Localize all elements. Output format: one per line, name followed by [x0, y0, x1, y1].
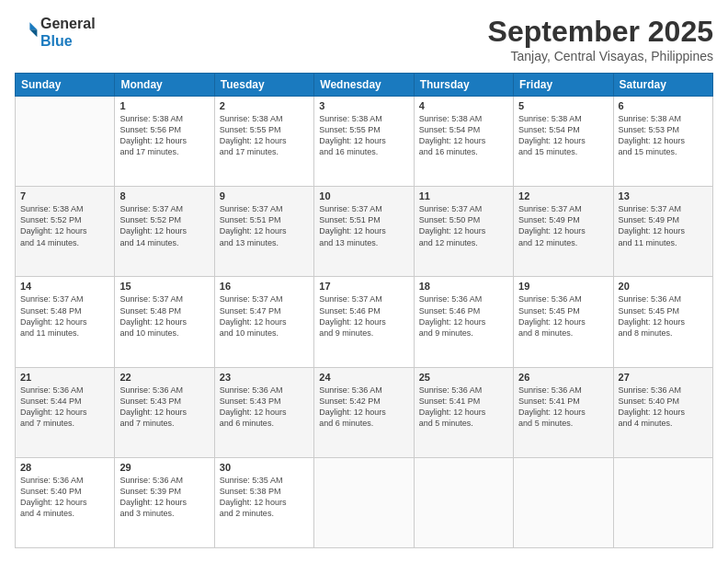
table-row: 10Sunrise: 5:37 AM Sunset: 5:51 PM Dayli… — [314, 187, 414, 277]
day-number: 17 — [319, 281, 408, 292]
day-info: Sunrise: 5:37 AM Sunset: 5:52 PM Dayligh… — [119, 203, 209, 248]
day-number: 6 — [619, 100, 708, 111]
calendar-week-row: 28Sunrise: 5:36 AM Sunset: 5:40 PM Dayli… — [16, 457, 713, 547]
table-row: 14Sunrise: 5:37 AM Sunset: 5:48 PM Dayli… — [16, 277, 115, 367]
day-number: 8 — [119, 190, 209, 201]
table-row: 26Sunrise: 5:36 AM Sunset: 5:41 PM Dayli… — [514, 367, 613, 457]
day-number: 5 — [518, 100, 608, 111]
day-info: Sunrise: 5:37 AM Sunset: 5:47 PM Dayligh… — [220, 293, 309, 339]
day-info: Sunrise: 5:37 AM Sunset: 5:49 PM Dayligh… — [619, 203, 708, 248]
day-number: 12 — [518, 190, 608, 201]
table-row: 22Sunrise: 5:36 AM Sunset: 5:43 PM Dayli… — [115, 367, 214, 457]
header-monday: Monday — [115, 74, 214, 97]
table-row: 27Sunrise: 5:36 AM Sunset: 5:40 PM Dayli… — [613, 367, 712, 457]
table-row: 9Sunrise: 5:37 AM Sunset: 5:51 PM Daylig… — [214, 187, 313, 277]
day-info: Sunrise: 5:36 AM Sunset: 5:40 PM Dayligh… — [20, 475, 109, 520]
day-info: Sunrise: 5:38 AM Sunset: 5:56 PM Dayligh… — [119, 113, 209, 158]
table-row: 16Sunrise: 5:37 AM Sunset: 5:47 PM Dayli… — [214, 277, 313, 367]
day-number: 26 — [518, 372, 608, 383]
table-row: 11Sunrise: 5:37 AM Sunset: 5:50 PM Dayli… — [414, 187, 513, 277]
logo: General Blue — [15, 15, 96, 50]
page: General Blue September 2025 Tanjay, Cent… — [0, 0, 728, 563]
day-info: Sunrise: 5:36 AM Sunset: 5:45 PM Dayligh… — [518, 293, 608, 339]
table-row: 15Sunrise: 5:37 AM Sunset: 5:48 PM Dayli… — [115, 277, 214, 367]
header-wednesday: Wednesday — [314, 74, 414, 97]
table-row: 20Sunrise: 5:36 AM Sunset: 5:45 PM Dayli… — [613, 277, 712, 367]
table-row: 2Sunrise: 5:38 AM Sunset: 5:55 PM Daylig… — [214, 97, 313, 187]
calendar-week-row: 1Sunrise: 5:38 AM Sunset: 5:56 PM Daylig… — [16, 97, 713, 187]
day-info: Sunrise: 5:36 AM Sunset: 5:40 PM Dayligh… — [619, 385, 708, 430]
day-info: Sunrise: 5:37 AM Sunset: 5:51 PM Dayligh… — [220, 203, 309, 248]
day-info: Sunrise: 5:36 AM Sunset: 5:44 PM Dayligh… — [20, 385, 109, 430]
day-info: Sunrise: 5:36 AM Sunset: 5:41 PM Dayligh… — [518, 385, 608, 430]
day-number: 21 — [20, 372, 109, 383]
day-info: Sunrise: 5:37 AM Sunset: 5:50 PM Dayligh… — [419, 203, 508, 248]
logo-general: General — [40, 16, 96, 31]
logo-blue: Blue — [40, 33, 73, 49]
day-info: Sunrise: 5:36 AM Sunset: 5:42 PM Dayligh… — [319, 385, 408, 430]
table-row — [414, 457, 513, 547]
day-number: 29 — [119, 462, 209, 473]
day-info: Sunrise: 5:38 AM Sunset: 5:52 PM Dayligh… — [20, 203, 109, 248]
calendar-week-row: 21Sunrise: 5:36 AM Sunset: 5:44 PM Dayli… — [16, 367, 713, 457]
day-info: Sunrise: 5:37 AM Sunset: 5:46 PM Dayligh… — [319, 293, 408, 339]
calendar-table: Sunday Monday Tuesday Wednesday Thursday… — [15, 73, 713, 548]
day-info: Sunrise: 5:36 AM Sunset: 5:46 PM Dayligh… — [419, 293, 508, 339]
header-friday: Friday — [514, 74, 613, 97]
table-row: 21Sunrise: 5:36 AM Sunset: 5:44 PM Dayli… — [16, 367, 115, 457]
table-row: 13Sunrise: 5:37 AM Sunset: 5:49 PM Dayli… — [613, 187, 712, 277]
day-info: Sunrise: 5:36 AM Sunset: 5:43 PM Dayligh… — [119, 385, 209, 430]
day-number: 25 — [419, 372, 508, 383]
table-row: 24Sunrise: 5:36 AM Sunset: 5:42 PM Dayli… — [314, 367, 414, 457]
day-number: 24 — [319, 372, 408, 383]
table-row: 1Sunrise: 5:38 AM Sunset: 5:56 PM Daylig… — [115, 97, 214, 187]
day-number: 18 — [419, 281, 508, 292]
day-info: Sunrise: 5:36 AM Sunset: 5:45 PM Dayligh… — [619, 293, 708, 339]
table-row: 30Sunrise: 5:35 AM Sunset: 5:38 PM Dayli… — [214, 457, 313, 547]
day-number: 20 — [619, 281, 708, 292]
header: General Blue September 2025 Tanjay, Cent… — [15, 15, 713, 63]
table-row: 25Sunrise: 5:36 AM Sunset: 5:41 PM Dayli… — [414, 367, 513, 457]
day-info: Sunrise: 5:36 AM Sunset: 5:41 PM Dayligh… — [419, 385, 508, 430]
day-info: Sunrise: 5:36 AM Sunset: 5:39 PM Dayligh… — [119, 475, 209, 520]
table-row: 6Sunrise: 5:38 AM Sunset: 5:53 PM Daylig… — [613, 97, 712, 187]
header-saturday: Saturday — [613, 74, 712, 97]
month-title: September 2025 — [488, 15, 713, 49]
day-number: 22 — [119, 372, 209, 383]
day-info: Sunrise: 5:37 AM Sunset: 5:48 PM Dayligh… — [119, 293, 209, 339]
day-number: 27 — [619, 372, 708, 383]
header-tuesday: Tuesday — [214, 74, 313, 97]
day-info: Sunrise: 5:36 AM Sunset: 5:43 PM Dayligh… — [220, 385, 309, 430]
day-info: Sunrise: 5:37 AM Sunset: 5:48 PM Dayligh… — [20, 293, 109, 339]
day-info: Sunrise: 5:38 AM Sunset: 5:54 PM Dayligh… — [419, 113, 508, 158]
day-number: 13 — [619, 190, 708, 201]
table-row: 19Sunrise: 5:36 AM Sunset: 5:45 PM Dayli… — [514, 277, 613, 367]
day-info: Sunrise: 5:38 AM Sunset: 5:55 PM Dayligh… — [319, 113, 408, 158]
table-row: 23Sunrise: 5:36 AM Sunset: 5:43 PM Dayli… — [214, 367, 313, 457]
table-row: 4Sunrise: 5:38 AM Sunset: 5:54 PM Daylig… — [414, 97, 513, 187]
day-info: Sunrise: 5:37 AM Sunset: 5:51 PM Dayligh… — [319, 203, 408, 248]
day-number: 4 — [419, 100, 508, 111]
calendar-header-row: Sunday Monday Tuesday Wednesday Thursday… — [16, 74, 713, 97]
header-sunday: Sunday — [16, 74, 115, 97]
day-number: 28 — [20, 462, 109, 473]
location: Tanjay, Central Visayas, Philippines — [488, 49, 713, 63]
day-number: 11 — [419, 190, 508, 201]
table-row: 8Sunrise: 5:37 AM Sunset: 5:52 PM Daylig… — [115, 187, 214, 277]
table-row — [514, 457, 613, 547]
day-number: 15 — [119, 281, 209, 292]
table-row: 3Sunrise: 5:38 AM Sunset: 5:55 PM Daylig… — [314, 97, 414, 187]
day-number: 10 — [319, 190, 408, 201]
table-row: 5Sunrise: 5:38 AM Sunset: 5:54 PM Daylig… — [514, 97, 613, 187]
table-row: 29Sunrise: 5:36 AM Sunset: 5:39 PM Dayli… — [115, 457, 214, 547]
day-number: 1 — [119, 100, 209, 111]
table-row: 18Sunrise: 5:36 AM Sunset: 5:46 PM Dayli… — [414, 277, 513, 367]
day-number: 23 — [220, 372, 309, 383]
table-row: 17Sunrise: 5:37 AM Sunset: 5:46 PM Dayli… — [314, 277, 414, 367]
table-row: 12Sunrise: 5:37 AM Sunset: 5:49 PM Dayli… — [514, 187, 613, 277]
title-block: September 2025 Tanjay, Central Visayas, … — [488, 15, 713, 63]
table-row — [314, 457, 414, 547]
table-row: 7Sunrise: 5:38 AM Sunset: 5:52 PM Daylig… — [16, 187, 115, 277]
day-number: 14 — [20, 281, 109, 292]
day-info: Sunrise: 5:35 AM Sunset: 5:38 PM Dayligh… — [220, 475, 309, 520]
